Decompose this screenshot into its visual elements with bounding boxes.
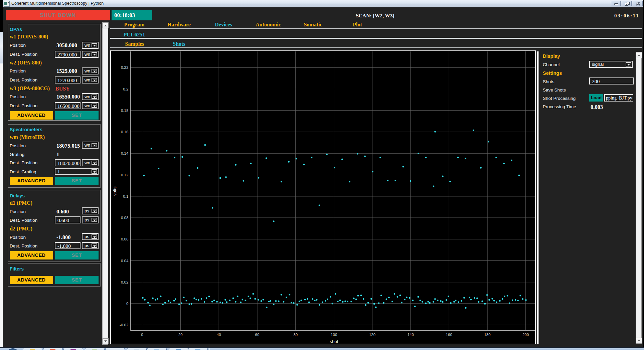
svg-text:160: 160	[446, 333, 452, 337]
svg-text:80: 80	[293, 333, 298, 337]
svg-text:200: 200	[522, 333, 529, 337]
svg-text:0: 0	[126, 302, 128, 306]
svg-text:volts: volts	[112, 186, 117, 196]
svg-text:60: 60	[255, 333, 260, 337]
svg-text:0.16: 0.16	[121, 130, 128, 134]
svg-text:0.02: 0.02	[121, 280, 128, 284]
svg-text:shot: shot	[330, 339, 338, 344]
svg-text:140: 140	[408, 333, 414, 337]
svg-text:0.18: 0.18	[121, 109, 128, 113]
svg-text:0.1: 0.1	[123, 194, 128, 198]
svg-text:0.06: 0.06	[121, 237, 128, 241]
svg-text:0.08: 0.08	[121, 216, 128, 220]
svg-text:20: 20	[178, 333, 183, 337]
svg-text:0.12: 0.12	[121, 173, 128, 177]
svg-text:0.04: 0.04	[121, 259, 129, 263]
svg-text:0.22: 0.22	[121, 65, 128, 69]
svg-text:100: 100	[331, 333, 337, 337]
svg-text:-0.02: -0.02	[120, 323, 128, 327]
svg-text:0.14: 0.14	[121, 151, 129, 155]
svg-text:120: 120	[369, 333, 375, 337]
svg-text:0: 0	[141, 333, 143, 337]
svg-text:0.2: 0.2	[123, 87, 128, 91]
svg-text:40: 40	[217, 333, 221, 337]
svg-text:180: 180	[484, 333, 490, 337]
